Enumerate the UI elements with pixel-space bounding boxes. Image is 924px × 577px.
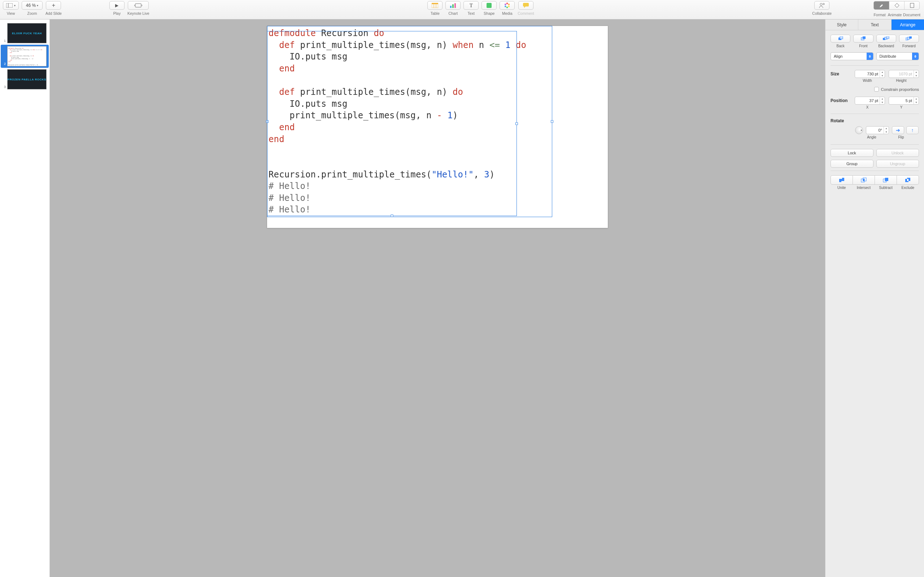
add-slide-button[interactable]: + — [46, 1, 61, 10]
nav-slide-3[interactable]: 3 FROZEN PAELLA ROCKS — [1, 68, 49, 91]
move-front-icon — [861, 36, 866, 41]
nav-slide-1[interactable]: 1 ELIXIR FUCK YEAH — [1, 22, 49, 45]
exclude-button[interactable] — [897, 175, 919, 185]
svg-rect-18 — [523, 3, 529, 6]
y-input[interactable]: 5 pt ▲▼ — [888, 97, 919, 105]
svg-point-11 — [506, 4, 508, 6]
flip-v-button[interactable]: ↑ — [906, 126, 919, 134]
subtract-button[interactable] — [875, 175, 897, 185]
x-input[interactable]: 37 pt ▲▼ — [855, 97, 885, 105]
unlock-button[interactable]: Unlock — [876, 149, 919, 157]
inspector-tabs: Style Text Arrange — [825, 19, 924, 30]
keynote-live-icon — [134, 3, 142, 8]
zoom-button[interactable]: 46 % ▾ — [22, 1, 43, 10]
document-tab-btn[interactable] — [904, 2, 919, 10]
rotate-dial[interactable] — [855, 126, 863, 134]
distribute-select[interactable]: Distribute — [876, 52, 919, 60]
tab-style[interactable]: Style — [825, 19, 858, 30]
width-value: 730 pt — [867, 72, 878, 76]
slide[interactable]: defmodule Recursion do def print_multipl… — [267, 26, 608, 228]
position-label: Position — [830, 98, 852, 103]
svg-rect-7 — [450, 6, 452, 8]
svg-rect-29 — [863, 36, 866, 39]
slide-navigator[interactable]: 1 ELIXIR FUCK YEAH 2 defmodule Recursion… — [0, 19, 50, 577]
angle-input[interactable]: 0° ▲▼ — [866, 126, 889, 134]
shape-label: Shape — [484, 11, 494, 16]
collaborate-icon — [819, 3, 825, 8]
media-label: Media — [502, 11, 512, 16]
intersect-icon — [861, 177, 867, 182]
doc-icon — [910, 3, 914, 8]
move-front-button[interactable] — [853, 35, 873, 43]
x-sublabel: X — [852, 105, 882, 109]
rotate-label: Rotate — [830, 118, 852, 123]
move-backward-button[interactable] — [876, 35, 896, 43]
svg-rect-27 — [840, 36, 843, 39]
move-forward-icon — [906, 36, 912, 41]
move-back-button[interactable] — [830, 35, 850, 43]
exclude-label: Exclude — [897, 186, 919, 190]
nav-slide-2[interactable]: 2 defmodule Recursion do def print_multi… — [1, 45, 49, 68]
svg-rect-25 — [910, 3, 914, 8]
lock-button[interactable]: Lock — [830, 149, 874, 157]
subtract-icon — [883, 177, 888, 182]
format-label: Format — [872, 13, 887, 17]
ungroup-button[interactable]: Ungroup — [876, 160, 919, 168]
text-label: Text — [468, 11, 475, 16]
shape-button[interactable] — [481, 1, 497, 10]
collaborate-button[interactable] — [814, 1, 829, 10]
media-button[interactable] — [499, 1, 515, 10]
code-text-box[interactable]: defmodule Recursion do def print_multipl… — [268, 27, 604, 216]
table-icon — [432, 3, 438, 8]
chart-icon — [450, 3, 456, 8]
group-button[interactable]: Group — [830, 160, 874, 168]
view-button[interactable]: ▾ — [3, 1, 19, 10]
flip-h-button[interactable]: ➔ — [892, 126, 904, 134]
svg-point-15 — [506, 6, 508, 8]
canvas[interactable]: defmodule Recursion do def print_multipl… — [50, 19, 825, 577]
svg-point-12 — [506, 3, 508, 4]
intersect-button[interactable] — [853, 175, 875, 185]
format-tab-btn[interactable] — [874, 2, 889, 10]
svg-point-14 — [508, 6, 510, 7]
move-backward-label: Backward — [876, 44, 896, 48]
play-icon: ▶ — [115, 3, 118, 8]
unite-button[interactable] — [830, 175, 853, 185]
comment-button[interactable] — [518, 1, 533, 10]
animate-tab-btn[interactable] — [889, 2, 904, 10]
nav-thumb: FROZEN PAELLA ROCKS — [7, 69, 47, 89]
constrain-checkbox[interactable]: Constrain proportions — [830, 87, 919, 92]
comment-label: Comment — [518, 11, 534, 16]
width-input[interactable]: 730 pt ▲▼ — [855, 70, 885, 78]
keynote-live-label: Keynote Live — [128, 11, 149, 16]
align-select[interactable]: Align — [830, 52, 874, 60]
align-select-value: Align — [834, 54, 842, 58]
height-input[interactable]: 1070 pt ▲▼ — [888, 70, 919, 78]
play-button[interactable]: ▶ — [109, 1, 124, 10]
view-label: View — [7, 11, 15, 16]
chart-button[interactable] — [446, 1, 460, 10]
tab-text[interactable]: Text — [858, 19, 891, 30]
view-icon — [6, 3, 13, 8]
nav-slide-num: 1 — [2, 39, 6, 43]
comment-icon — [523, 3, 529, 8]
tab-arrange[interactable]: Arrange — [892, 19, 924, 30]
table-button[interactable] — [427, 1, 443, 10]
resize-handle[interactable] — [266, 121, 268, 123]
chevron-icon — [912, 53, 919, 60]
diamond-icon — [894, 3, 900, 8]
svg-point-13 — [508, 3, 510, 5]
angle-value: 0° — [878, 128, 882, 132]
svg-marker-24 — [895, 3, 899, 8]
move-backward-icon — [883, 36, 889, 41]
text-button[interactable]: T — [464, 1, 478, 10]
keynote-live-button[interactable] — [128, 1, 149, 10]
inspector-body: Back Front Backward Forward Align Distri… — [825, 30, 924, 194]
chart-label: Chart — [448, 11, 458, 16]
svg-marker-19 — [524, 6, 525, 8]
document-label: Document — [902, 13, 921, 17]
svg-rect-2 — [135, 3, 141, 7]
y-sublabel: Y — [886, 105, 916, 109]
nav-thumb: defmodule Recursion do def print_multipl… — [7, 46, 47, 66]
move-forward-button[interactable] — [899, 35, 919, 43]
